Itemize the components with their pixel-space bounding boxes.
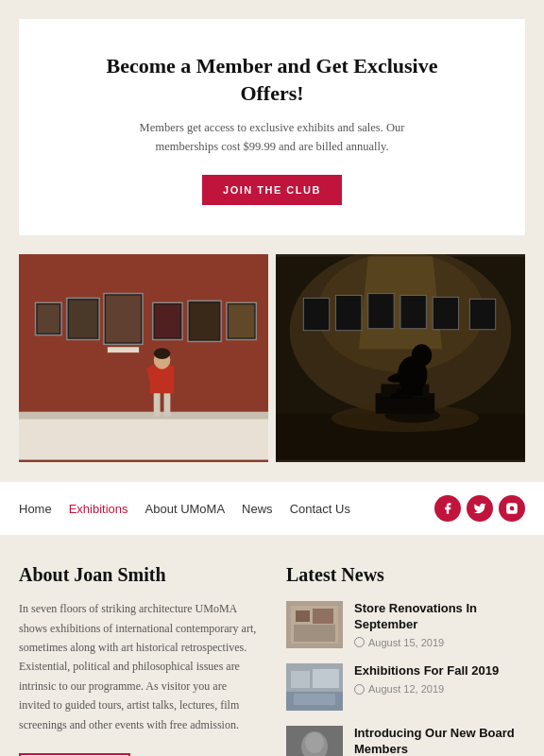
gallery-image-left: [19, 254, 268, 462]
gallery-row: [0, 235, 544, 462]
svg-point-41: [384, 408, 440, 423]
gallery-right-svg: [276, 254, 525, 462]
news-date-2: August 12, 2019: [354, 683, 499, 695]
svg-rect-17: [164, 393, 171, 416]
news-item-1: Store Renovations In September August 15…: [286, 601, 525, 648]
social-links: [434, 495, 525, 522]
news-text-3: Introducing Our New Board Members July 2…: [354, 726, 525, 756]
news-title-2[interactable]: Exhibitions For Fall 2019: [354, 663, 499, 679]
news-item-3: Introducing Our New Board Members July 2…: [286, 726, 525, 756]
svg-rect-48: [294, 625, 335, 642]
clock-icon-1: [354, 637, 365, 647]
svg-rect-30: [368, 294, 394, 329]
news-title: Latest News: [286, 564, 525, 586]
join-button[interactable]: JOIN THE CLUB: [202, 175, 342, 205]
news-date-1: August 15, 2019: [354, 637, 525, 648]
news-item-2: Exhibitions For Fall 2019 August 12, 201…: [286, 663, 525, 711]
twitter-icon[interactable]: [467, 495, 493, 522]
gallery-image-right: [276, 254, 525, 462]
svg-rect-47: [313, 609, 333, 624]
svg-point-20: [154, 348, 171, 359]
news-thumb-3: [286, 726, 343, 756]
content-section: About Joan Smith In seven floors of stri…: [0, 536, 544, 756]
clock-icon-2: [354, 684, 365, 695]
about-section: About Joan Smith In seven floors of stri…: [19, 564, 258, 756]
news-text-1: Store Renovations In September August 15…: [354, 601, 525, 648]
news-thumb-2: [286, 663, 343, 711]
svg-rect-51: [291, 671, 310, 688]
about-title: About Joan Smith: [19, 564, 258, 586]
news-text-2: Exhibitions For Fall 2019 August 12, 201…: [354, 663, 499, 695]
svg-rect-28: [303, 299, 329, 331]
news-title-3[interactable]: Introducing Our New Board Members: [354, 726, 525, 756]
svg-rect-46: [296, 610, 310, 622]
membership-title: Become a Member and Get Exclusive Offers…: [76, 53, 468, 107]
svg-rect-53: [294, 694, 335, 705]
facebook-icon[interactable]: [434, 495, 461, 522]
nav-links: Home Exhibitions About UMoMA News Contac…: [19, 502, 350, 516]
svg-rect-12: [190, 303, 219, 340]
gallery-left-svg: [19, 254, 268, 462]
svg-rect-14: [229, 304, 254, 337]
svg-rect-32: [433, 298, 458, 330]
nav-link-news[interactable]: News: [242, 502, 273, 516]
svg-rect-15: [108, 347, 139, 352]
svg-rect-1: [19, 414, 268, 460]
svg-rect-52: [313, 669, 339, 688]
svg-rect-29: [336, 296, 362, 331]
svg-rect-4: [38, 304, 60, 333]
membership-banner: Become a Member and Get Exclusive Offers…: [19, 19, 525, 235]
news-section: Latest News Store Renovations In Septemb…: [286, 564, 525, 756]
membership-description: Members get access to exclusive exhibits…: [121, 118, 423, 156]
about-body: In seven floors of striking architecture…: [19, 599, 258, 734]
svg-rect-31: [400, 296, 426, 329]
nav-link-about[interactable]: About UMoMA: [145, 502, 226, 516]
svg-rect-6: [69, 301, 97, 338]
svg-rect-33: [469, 300, 495, 330]
svg-rect-16: [154, 390, 161, 416]
nav-link-exhibitions[interactable]: Exhibitions: [69, 502, 128, 516]
nav-link-home[interactable]: Home: [19, 502, 52, 516]
news-title-1[interactable]: Store Renovations In September: [354, 601, 525, 633]
navigation-bar: Home Exhibitions About UMoMA News Contac…: [0, 481, 544, 536]
svg-point-56: [305, 732, 324, 753]
svg-rect-10: [155, 304, 180, 337]
instagram-icon[interactable]: [499, 495, 525, 522]
svg-rect-8: [106, 296, 141, 343]
news-thumb-1: [286, 601, 343, 648]
svg-point-37: [412, 345, 433, 367]
svg-rect-40: [391, 393, 412, 399]
svg-rect-2: [19, 412, 268, 420]
nav-link-contact[interactable]: Contact Us: [290, 502, 350, 516]
